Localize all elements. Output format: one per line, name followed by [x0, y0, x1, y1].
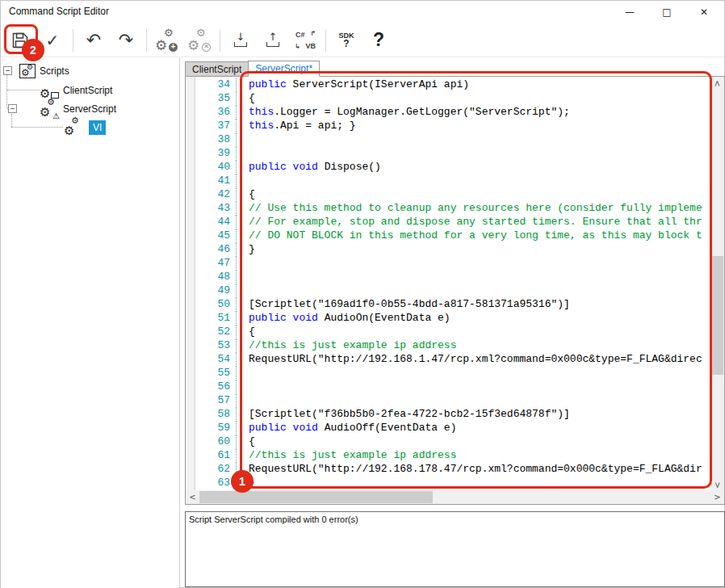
- tree-connector: [7, 90, 40, 90]
- compile-status-message[interactable]: Script ServerScript compiled with 0 erro…: [186, 512, 724, 527]
- redo-button[interactable]: ↷: [110, 26, 142, 55]
- export-icon: ↑: [266, 33, 279, 47]
- line-number: 53: [195, 339, 237, 353]
- code-line[interactable]: 47: [195, 257, 710, 271]
- code-text: this.Logger = LogManager.GetLogger("Serv…: [237, 106, 570, 120]
- code-text: [237, 367, 249, 380]
- code-line[interactable]: 48: [195, 271, 710, 284]
- code-line[interactable]: 63}: [195, 477, 710, 490]
- code-text: [237, 394, 249, 408]
- code-line[interactable]: 34public ServerScript(IServerApi api): [195, 78, 710, 92]
- code-line[interactable]: 46}: [195, 243, 710, 257]
- code-line[interactable]: 37this.Api = api; }: [195, 120, 710, 133]
- scroll-right-icon[interactable]: >: [710, 490, 724, 504]
- code-line[interactable]: 56: [195, 380, 710, 394]
- help-button[interactable]: ?: [362, 26, 395, 55]
- code-line[interactable]: 38: [195, 133, 710, 147]
- code-line[interactable]: 61//this is just example ip address: [195, 449, 710, 463]
- editor-tabs: ClientScript ServerScript*: [185, 61, 320, 77]
- horizontal-scrollbar-thumb[interactable]: [199, 491, 433, 503]
- code-line[interactable]: 42{: [195, 188, 710, 202]
- toolbar-separator: [146, 29, 147, 52]
- tree-item-scripts[interactable]: − ⚙ ⚙ Scripts: [3, 61, 69, 80]
- code-line[interactable]: 44// For example, stop and dispose any s…: [195, 216, 710, 229]
- scroll-down-icon[interactable]: <: [713, 481, 722, 488]
- compile-output-panel: Script ServerScript compiled with 0 erro…: [185, 511, 725, 587]
- minimize-button[interactable]: —: [611, 1, 648, 23]
- line-number: 51: [195, 312, 237, 326]
- tree-item-vi[interactable]: ⚙ ⚙ VI: [64, 118, 106, 136]
- add-script-button[interactable]: ⚙ ⚙ +: [151, 26, 183, 55]
- undo-button[interactable]: ↶: [78, 26, 110, 55]
- tab-serverscript[interactable]: ServerScript*: [248, 61, 320, 77]
- code-text: [237, 271, 249, 284]
- vertical-scrollbar[interactable]: < <: [710, 77, 724, 492]
- code-text: }: [237, 243, 255, 257]
- code-line[interactable]: 45// DO NOT BLOCK in this method for a v…: [195, 229, 710, 243]
- code-line[interactable]: 35{: [195, 92, 710, 106]
- code-line[interactable]: 59public void AudioOff(EventData e): [195, 422, 710, 435]
- code-text: [237, 257, 249, 271]
- code-line[interactable]: 49: [195, 284, 710, 298]
- code-line[interactable]: 41: [195, 174, 710, 188]
- redo-icon: ↷: [119, 30, 133, 50]
- code-line[interactable]: 57: [195, 394, 710, 408]
- line-number: 42: [195, 188, 237, 202]
- code-line[interactable]: 53//this is just example ip address: [195, 339, 710, 353]
- annotation-badge-2: 2: [22, 39, 44, 61]
- code-text: // For example, stop and dispose any sta…: [237, 216, 702, 229]
- code-text: {: [237, 188, 255, 202]
- code-text: [Scriptlet("169ad1f0-0b55-4bdd-a817-5813…: [237, 298, 570, 312]
- code-text: public void Dispose(): [237, 161, 381, 174]
- line-number: 56: [195, 380, 237, 394]
- close-button[interactable]: ✕: [685, 1, 723, 23]
- code-text: [237, 380, 249, 394]
- code-line[interactable]: 52{: [195, 326, 710, 339]
- import-button[interactable]: ↓: [224, 26, 257, 55]
- line-number: 34: [195, 78, 237, 92]
- code-line[interactable]: 36this.Logger = LogManager.GetLogger("Se…: [195, 106, 710, 120]
- tree-item-label: ClientScript: [63, 85, 112, 96]
- line-number: 43: [195, 202, 237, 216]
- tab-clientscript[interactable]: ClientScript: [185, 61, 248, 77]
- code-line[interactable]: 58[Scriptlet("f36bb5b0-2fea-4722-bcb2-15…: [195, 408, 710, 422]
- tree-item-serverscript[interactable]: − ⚙ ⚙ ⚠ ServerScript: [8, 99, 116, 118]
- toolbar-separator: [73, 29, 73, 52]
- code-text: [237, 147, 249, 161]
- code-line[interactable]: 62RequestURL("http://192.168.178.47/rcp.…: [195, 463, 710, 477]
- line-number: 55: [195, 367, 237, 380]
- remove-script-icon: ⚙ ⚙ ✕: [187, 29, 212, 52]
- sdk-help-button[interactable]: SDK ?: [330, 26, 362, 55]
- code-editor[interactable]: 34public ServerScript(IServerApi api)35{…: [185, 76, 725, 505]
- language-toggle-button[interactable]: C# ↱ ↳ VB: [289, 26, 321, 55]
- export-button[interactable]: ↑: [257, 26, 289, 55]
- code-lines[interactable]: 34public ServerScript(IServerApi api)35{…: [195, 78, 710, 492]
- tree-item-label: ServerScript: [63, 103, 116, 115]
- sdk-help-icon: SDK ?: [338, 32, 354, 48]
- code-line[interactable]: 40public void Dispose(): [195, 161, 710, 174]
- code-line[interactable]: 50[Scriptlet("169ad1f0-0b55-4bdd-a817-58…: [195, 298, 710, 312]
- scroll-up-icon[interactable]: <: [713, 80, 722, 86]
- line-number: 57: [195, 394, 237, 408]
- annotation-badge-1: 1: [231, 470, 254, 493]
- code-line[interactable]: 55: [195, 367, 710, 380]
- toolbar-separator: [325, 29, 326, 52]
- collapse-icon[interactable]: −: [3, 66, 12, 75]
- code-line[interactable]: 60{: [195, 435, 710, 449]
- line-number: 47: [195, 257, 237, 271]
- fold-margin: [186, 77, 195, 492]
- scroll-left-icon[interactable]: <: [186, 490, 199, 504]
- horizontal-scrollbar[interactable]: < >: [186, 490, 724, 504]
- maximize-button[interactable]: □: [648, 1, 685, 23]
- code-line[interactable]: 43// Use this method to cleanup any reso…: [195, 202, 710, 216]
- line-number: 62: [195, 463, 237, 477]
- code-line[interactable]: 54RequestURL("http://192.168.1.47/rcp.xm…: [195, 353, 710, 367]
- vertical-scrollbar-thumb[interactable]: [711, 256, 723, 375]
- remove-script-button[interactable]: ⚙ ⚙ ✕: [183, 26, 216, 55]
- code-line[interactable]: 51public void AudioOn(EventData e): [195, 312, 710, 326]
- line-number: 37: [195, 120, 237, 133]
- code-text: public void AudioOff(EventData e): [237, 422, 456, 435]
- collapse-icon[interactable]: −: [8, 104, 17, 113]
- command-script-editor-window: Command Script Editor — □ ✕ ✓ ↶ ↷: [0, 0, 725, 588]
- code-line[interactable]: 39: [195, 147, 710, 161]
